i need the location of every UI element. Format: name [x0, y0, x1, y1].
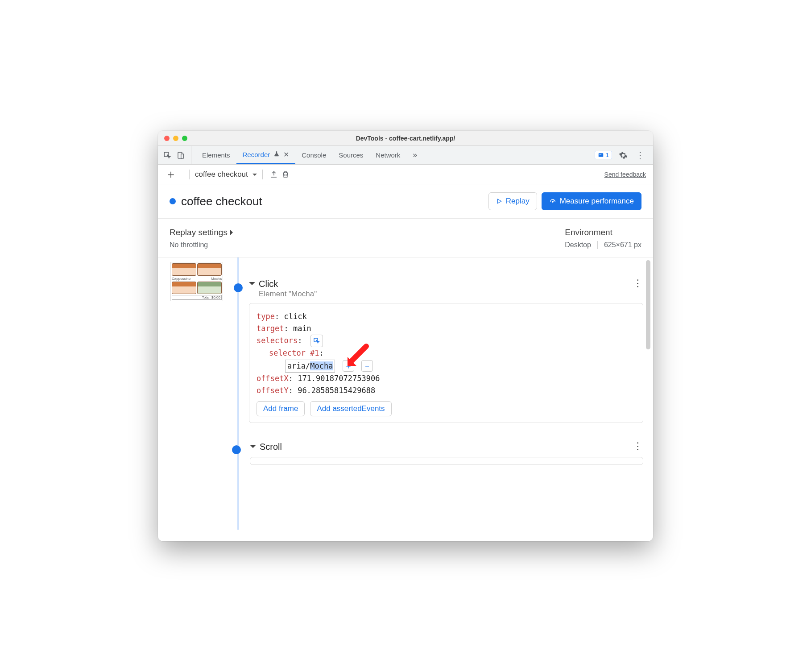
step-title: Click [259, 279, 278, 289]
delete-icon[interactable] [280, 169, 291, 180]
tab-elements[interactable]: Elements [196, 146, 236, 164]
prop-key: offsetY [257, 386, 289, 395]
flask-icon [273, 151, 280, 158]
svg-rect-2 [181, 154, 184, 158]
window-title: DevTools - coffee-cart.netlify.app/ [158, 135, 653, 142]
button-label: Replay [506, 197, 530, 206]
add-selector-button[interactable]: ＋ [343, 360, 354, 372]
issues-icon [598, 152, 604, 158]
timeline: CappuccinoMocha Total: $0.00 Click ⋯ [158, 257, 653, 541]
issues-count: 1 [606, 152, 609, 158]
tab-label: Sources [339, 151, 363, 159]
export-icon[interactable] [268, 169, 280, 180]
recording-status-dot [170, 198, 176, 204]
selector-label: selector #1 [269, 348, 319, 357]
step-menu-icon[interactable]: ⋯ [632, 278, 644, 289]
new-recording-icon[interactable]: ＋ [165, 166, 177, 182]
gauge-icon [549, 198, 556, 205]
device-toolbar-icon[interactable] [175, 149, 186, 161]
traffic-lights [158, 136, 187, 141]
prop-val: 171.90187072753906 [298, 374, 380, 383]
step-card-collapsed [250, 457, 643, 465]
scrollbar-thumb[interactable] [646, 260, 650, 349]
step-title: Scroll [260, 442, 282, 452]
chevron-double-right-icon: » [413, 150, 417, 160]
chevron-right-icon [230, 230, 236, 235]
send-feedback-link[interactable]: Send feedback [604, 171, 646, 178]
step-card: type: click target: main selectors: sele… [249, 303, 643, 423]
tab-network[interactable]: Network [369, 146, 406, 164]
recorder-toolbar: ＋ coffee checkout Send feedback [158, 165, 653, 184]
svg-point-4 [552, 201, 553, 202]
play-icon [496, 198, 502, 204]
timeline-scroll[interactable]: CappuccinoMocha Total: $0.00 Click ⋯ [158, 257, 653, 541]
selector-input[interactable]: aria/Mocha [285, 360, 335, 373]
measure-performance-button[interactable]: Measure performance [542, 192, 641, 210]
recording-header: coffee checkout Replay Measure performan… [158, 184, 653, 219]
replay-settings-toggle[interactable]: Replay settings [170, 228, 236, 237]
step-click: CappuccinoMocha Total: $0.00 Click ⋯ [170, 262, 643, 423]
prop-val: 96.28585815429688 [298, 386, 375, 395]
prop-key: target [257, 324, 284, 333]
thumb-label: Mocha [211, 277, 222, 281]
step-menu-icon[interactable]: ⋯ [632, 441, 644, 452]
selector-prefix: aria/ [287, 361, 310, 370]
settings-row: Replay settings No throttling Environmen… [158, 219, 653, 257]
thumb-label: Cappuccino [172, 277, 190, 281]
selector-highlight: Mocha [310, 361, 333, 370]
prop-key: type [257, 312, 275, 321]
chevron-down-icon[interactable] [250, 445, 256, 451]
thumb-total: Total: $0.00 [172, 295, 222, 300]
recording-title: coffee checkout [181, 195, 262, 208]
prop-key: selectors [257, 336, 298, 345]
pick-selector-icon[interactable] [310, 335, 323, 347]
tab-sources[interactable]: Sources [332, 146, 369, 164]
tab-label: Recorder [243, 151, 270, 158]
environment-label: Environment [565, 228, 641, 237]
inspect-element-icon[interactable] [161, 149, 173, 161]
close-icon[interactable]: ✕ [283, 150, 289, 159]
prop-val: click [284, 312, 306, 321]
tab-overflow[interactable]: » [406, 146, 423, 164]
svg-rect-3 [599, 153, 604, 157]
maximize-window-icon[interactable] [182, 136, 187, 141]
scrollbar[interactable] [646, 260, 650, 539]
env-device: Desktop [565, 241, 591, 249]
tab-recorder[interactable]: Recorder ✕ [236, 146, 296, 164]
add-asserted-events-button[interactable]: Add assertedEvents [310, 401, 391, 416]
step-thumbnail: CappuccinoMocha Total: $0.00 [170, 262, 223, 301]
devtools-tabbar: Elements Recorder ✕ Console Sources Netw… [158, 146, 653, 165]
timeline-dot [234, 283, 243, 292]
tab-label: Elements [202, 151, 230, 159]
recording-dropdown[interactable]: coffee checkout [195, 170, 257, 179]
replay-settings-label: Replay settings [170, 228, 228, 237]
settings-gear-icon[interactable] [617, 149, 629, 161]
remove-selector-button[interactable]: － [361, 360, 373, 372]
step-scroll: Scroll ⋯ [170, 441, 643, 465]
prop-key: offsetX [257, 374, 289, 383]
step-subtitle: Element "Mocha" [259, 290, 643, 299]
prop-val: main [293, 324, 311, 333]
throttling-value: No throttling [170, 241, 236, 249]
more-menu-icon[interactable]: ⋮ [634, 149, 646, 161]
minimize-window-icon[interactable] [173, 136, 178, 141]
timeline-line [237, 257, 239, 530]
tab-console[interactable]: Console [295, 146, 332, 164]
close-window-icon[interactable] [164, 136, 170, 141]
env-dimensions: 625×671 px [604, 241, 641, 249]
tab-label: Console [302, 151, 326, 159]
issues-badge[interactable]: 1 [595, 151, 612, 159]
devtools-window: DevTools - coffee-cart.netlify.app/ Elem… [158, 131, 653, 541]
replay-button[interactable]: Replay [488, 192, 537, 210]
button-label: Measure performance [560, 197, 634, 206]
tab-label: Network [376, 151, 400, 159]
timeline-dot [232, 445, 241, 454]
titlebar: DevTools - coffee-cart.netlify.app/ [158, 131, 653, 146]
add-frame-button[interactable]: Add frame [257, 401, 305, 416]
chevron-down-icon[interactable] [249, 282, 255, 288]
